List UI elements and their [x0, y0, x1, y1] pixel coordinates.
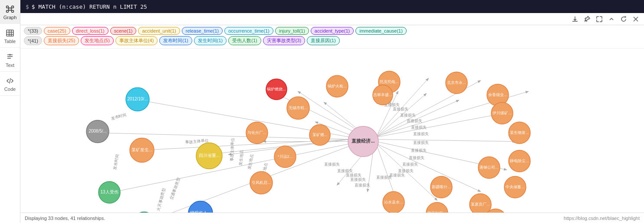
node-jingdian[interactable]: 静电除尘... [509, 150, 530, 172]
node-yuhua[interactable]: 与化分厂... [246, 122, 268, 144]
tag-zaihai-leixing[interactable]: 灾害事故类型(3) [263, 36, 305, 45]
node-sichuan[interactable]: 四川省重... [196, 143, 222, 169]
status-text: Displaying 33 nodes, 41 relationships. [25, 216, 105, 221]
refresh-button[interactable] [619, 14, 628, 24]
svg-text:直接经济...: 直接经济... [352, 138, 375, 143]
svg-text:直接损失: 直接损失 [393, 107, 408, 111]
tag-immediate-cause[interactable]: immediate_cause(1) [355, 27, 407, 35]
svg-text:*川运2...: *川运2... [278, 154, 292, 159]
node-13injured[interactable]: 13人受伤 [99, 182, 120, 203]
node-duiyuangong[interactable]: 对员工安... [133, 212, 155, 213]
close-button[interactable] [631, 14, 641, 24]
sidebar-graph-label: Graph [3, 15, 17, 20]
node-chuanyun[interactable]: *川运2... [274, 146, 296, 168]
tag-zhijie-sunshi[interactable]: 直接损失(25) [44, 36, 79, 45]
node-qinshui[interactable]: 沁水县水... [383, 192, 404, 213]
node-moushengwu[interactable]: 某生物发... [509, 122, 530, 144]
graph-svg: 发生地点 发生地点 发生地点 事故主体单位 事故主体单位 交通事故类型 火灾事故… [20, 49, 644, 213]
svg-text:北京市永...: 北京市永... [447, 80, 466, 85]
svg-text:直接损失: 直接损失 [324, 162, 340, 166]
svg-point-88 [133, 212, 155, 213]
tag-injury-toll[interactable]: injury_toll(1) [275, 27, 309, 35]
graph-icon [5, 4, 15, 14]
tag-direct-loss[interactable]: direct_loss(1) [72, 27, 108, 35]
node-beijing[interactable]: 北京市永... [446, 72, 467, 94]
svg-text:与化分厂...: 与化分厂... [247, 130, 266, 135]
node-zhongyang[interactable]: 中央储蓄... [504, 176, 526, 198]
svg-point-0 [9, 8, 11, 10]
sidebar-item-graph[interactable]: Graph [0, 0, 20, 24]
svg-text:直接损失: 直接损失 [400, 113, 416, 117]
svg-text:火灾事故类型: 火灾事故类型 [156, 187, 166, 211]
node-guolu[interactable]: 锅炉火检... [326, 76, 348, 97]
svg-point-1 [7, 6, 9, 8]
svg-text:直接损失: 直接损失 [411, 125, 427, 130]
up-button[interactable] [607, 14, 616, 24]
query-text: $ MATCH (n:case) RETURN n LIMIT 25 [32, 3, 147, 10]
tag-fasheng-didian[interactable]: 发生地点(5) [81, 36, 113, 45]
tag-fabu-shijian[interactable]: 发布时间(1) [159, 36, 192, 45]
node-center[interactable]: 直接经济... [348, 126, 378, 157]
svg-text:新疆喀什...: 新疆喀什... [432, 185, 451, 189]
download-button[interactable] [570, 14, 580, 24]
node-xinjiang[interactable]: 新疆喀什... [430, 176, 452, 198]
node-moukuangshao[interactable]: 某矿燃... [309, 125, 330, 146]
svg-line-18 [10, 78, 10, 83]
sidebar-item-code[interactable]: Code [0, 72, 20, 96]
tag-occurrence-time[interactable]: occurrence_time(1) [224, 27, 273, 35]
node-jilin[interactable]: 吉林丰盛... [373, 85, 393, 105]
sidebar: Graph Table Text [0, 0, 20, 223]
tag-accident-type[interactable]: accident_type(1) [311, 27, 354, 35]
tag-row-1: *(33) case(25) direct_loss(1) scene(1) a… [24, 27, 641, 35]
tag-shiguzhutigongsi[interactable]: 事故主体单位(4) [115, 36, 158, 45]
node-moukuang[interactable]: 某矿发生... [130, 138, 154, 163]
tag-scene[interactable]: scene(1) [110, 27, 137, 35]
svg-text:发布时间: 发布时间 [111, 112, 127, 120]
tag-release-time[interactable]: release_time(1) [182, 27, 223, 35]
svg-text:御方钻杆...: 御方钻杆... [427, 211, 447, 213]
svg-text:直接损失: 直接损失 [407, 119, 422, 123]
node-yinfengji[interactable]: 引风机启... [250, 172, 273, 194]
tag-accident-unit[interactable]: accident_unit(1) [138, 27, 180, 35]
node-yichuan[interactable]: 伊川煤矿... [491, 103, 513, 124]
tag-fasheng-shijian[interactable]: 发生时间(1) [194, 36, 227, 45]
sidebar-table-label: Table [4, 39, 16, 44]
svg-text:某矿发生...: 某矿发生... [131, 147, 152, 152]
node-moufeiqichang[interactable]: 某废弃厂... [470, 194, 491, 213]
svg-text:直接损失: 直接损失 [337, 169, 353, 173]
toolbar [20, 13, 644, 25]
svg-line-5 [8, 8, 9, 9]
svg-text:发布时间: 发布时间 [112, 154, 119, 170]
node-tanggang[interactable]: 唐钢公司... [478, 157, 500, 179]
tag-all-nodes[interactable]: *(33) [24, 27, 42, 35]
node-2012[interactable]: 2012/10/... [126, 88, 149, 111]
tag-shoushang-renshu[interactable]: 受伤人数(1) [228, 36, 261, 45]
tag-case[interactable]: case(25) [44, 27, 70, 35]
svg-point-2 [12, 6, 14, 8]
svg-text:2008/5/...: 2008/5/... [89, 129, 107, 133]
sidebar-item-table[interactable]: Table [0, 24, 20, 48]
tag-zhijie-yuanyin[interactable]: 直接原因(1) [307, 36, 339, 45]
svg-text:无锡市程...: 无锡市程... [289, 106, 308, 110]
node-guolushao[interactable]: 锅炉燃烧... [266, 79, 287, 100]
node-2008[interactable]: 2008/5/... [86, 120, 109, 143]
svg-point-4 [12, 10, 14, 13]
node-wuxi[interactable]: 无锡市程... [287, 97, 309, 120]
svg-text:锅炉火检...: 锅炉火检... [327, 84, 347, 88]
expand-button[interactable] [595, 14, 604, 24]
graph-edge-labels: 发生地点 发生地点 发生地点 事故主体单位 事故主体单位 交通事故类型 火灾事故… [111, 100, 429, 212]
svg-text:沁水县水...: 沁水县水... [384, 200, 403, 204]
svg-text:直接损失: 直接损失 [389, 173, 405, 177]
tag-all-rels[interactable]: *(41) [24, 36, 42, 45]
svg-text:直接损失: 直接损失 [409, 156, 424, 160]
node-yufang[interactable]: 御方钻杆... [426, 203, 448, 213]
svg-text:引风机启...: 引风机启... [252, 180, 271, 185]
node-maohan[interactable]: 铆焊伤人... [188, 201, 213, 213]
pin-button[interactable] [582, 14, 592, 24]
svg-text:余香烟业...: 余香烟业... [488, 93, 507, 97]
graph-area[interactable]: 发生地点 发生地点 发生地点 事故主体单位 事故主体单位 交通事故类型 火灾事故… [20, 49, 644, 213]
sidebar-item-text[interactable]: Text [0, 48, 20, 72]
status-link: https://blog.csdn.net/blaec_highlight [564, 216, 640, 221]
text-icon [5, 52, 15, 62]
svg-text:中央储蓄...: 中央储蓄... [506, 185, 525, 189]
